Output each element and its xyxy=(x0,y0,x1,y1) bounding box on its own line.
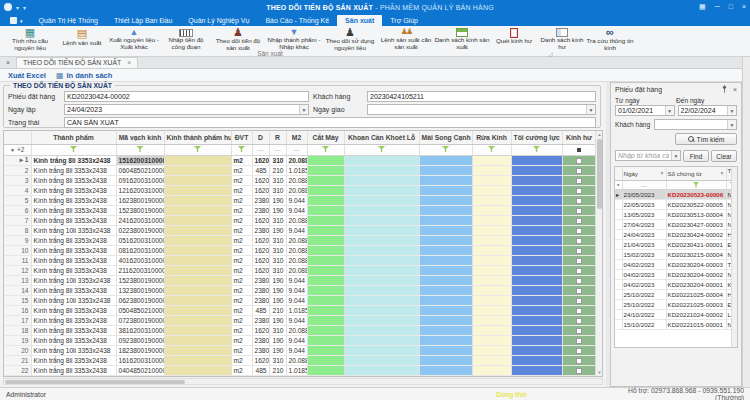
cell-rua[interactable] xyxy=(472,355,511,365)
order-row[interactable]: 25/10/2022KD20221025-00004HOÀ xyxy=(615,290,738,300)
order-date[interactable]: 22/05/2023 xyxy=(622,200,666,210)
cell-mai[interactable] xyxy=(419,255,472,265)
cell-r[interactable]: 310 xyxy=(269,155,286,165)
cell-rua[interactable] xyxy=(472,165,511,175)
panel-close-icon[interactable]: × xyxy=(733,86,737,93)
group-dialog-launcher-icon[interactable]: ◿ xyxy=(548,50,553,57)
cell-dvt[interactable]: m2 xyxy=(231,295,252,305)
order-code[interactable]: KD20221025-00004 xyxy=(666,290,726,300)
search-button[interactable]: Tìm kiếm xyxy=(675,133,737,145)
orders-scrollbar[interactable] xyxy=(731,167,737,347)
cell-dvt[interactable]: m2 xyxy=(231,155,252,165)
cell-num[interactable]: 14 xyxy=(4,285,31,295)
orders-column-header[interactable]: Số chứng từ▼ xyxy=(666,167,726,181)
table-row[interactable]: 13Kính trắng 10li 3353x24381523800190000… xyxy=(4,275,596,285)
cell-d[interactable]: 2380 xyxy=(252,335,269,345)
cell-khoan[interactable] xyxy=(344,295,419,305)
cell-bar[interactable]: 06238001900002 xyxy=(116,295,164,305)
cell-rua[interactable] xyxy=(472,265,511,275)
cell-hu[interactable] xyxy=(562,305,596,315)
column-header[interactable]: Kính hư xyxy=(562,131,596,144)
cell-khoan[interactable] xyxy=(344,285,419,295)
cell-r[interactable]: 190 xyxy=(269,285,286,295)
cell-rua[interactable] xyxy=(472,365,511,375)
cell-hu[interactable] xyxy=(562,245,596,255)
cell-bar[interactable]: 07238001900001 xyxy=(116,315,164,325)
ribbon-button-3[interactable]: Xuất nguyên liệu - Xuất khác xyxy=(106,26,162,51)
cell-num[interactable]: 5 xyxy=(4,195,31,205)
cell-cut[interactable] xyxy=(307,265,344,275)
table-row[interactable]: 10Kính trắng 8li 3353x243808162003100001… xyxy=(4,245,596,255)
cell-m2[interactable]: 9.044 xyxy=(286,345,307,355)
scroll-up-icon[interactable]: ▲ xyxy=(596,132,603,137)
cell-dvt[interactable]: m2 xyxy=(231,255,252,265)
ribbon-button-4[interactable]: Nhập tiến độ công đoạn xyxy=(162,26,210,51)
minimize-icon[interactable]: ─ xyxy=(715,3,720,11)
cell-num[interactable]: 20 xyxy=(4,345,31,355)
cell-m2[interactable]: 20.088 xyxy=(286,245,307,255)
table-row[interactable]: 5Kính trắng 8li 3353x243816238001900001m… xyxy=(4,195,596,205)
cell-num[interactable]: 19 xyxy=(4,335,31,345)
filter-cell[interactable] xyxy=(562,144,596,155)
cell-toi[interactable] xyxy=(511,175,562,185)
column-header[interactable]: Cắt Mày xyxy=(307,131,344,144)
cell-dam[interactable] xyxy=(164,345,231,355)
cell-toi[interactable] xyxy=(511,345,562,355)
cell-name[interactable]: Kính trắng 8li 3353x2438 xyxy=(31,165,116,175)
cell-bar[interactable]: 16162003100001 xyxy=(116,355,164,365)
qat-more-icon[interactable]: ▾ xyxy=(23,4,26,11)
cell-rua[interactable] xyxy=(472,205,511,215)
cell-toi[interactable] xyxy=(511,235,562,245)
column-header[interactable]: M2 xyxy=(286,131,307,144)
ribbon-button-5[interactable]: Theo dõi tiến độ sản xuất xyxy=(210,26,266,51)
cell-toi[interactable] xyxy=(511,155,562,165)
cell-num[interactable]: 9 xyxy=(4,235,31,245)
cell-m2[interactable]: 20.088 xyxy=(286,175,307,185)
cell-num[interactable]: 7 xyxy=(4,215,31,225)
cell-m2[interactable]: 20.088 xyxy=(286,235,307,245)
filter-cell[interactable] xyxy=(116,144,164,155)
cell-dam[interactable] xyxy=(164,285,231,295)
cell-m2[interactable]: 1.0185 xyxy=(286,365,307,375)
cell-cut[interactable] xyxy=(307,345,344,355)
cell-dvt[interactable]: m2 xyxy=(231,315,252,325)
order-row[interactable]: 04/02/2023KD20230204-00003Tú - xyxy=(615,260,738,270)
table-row[interactable]: 6Kính trắng 8li 3353x243815238001900001m… xyxy=(4,205,596,215)
cell-m2[interactable]: 20.088 xyxy=(286,265,307,275)
tu-ngay-dropdown-icon[interactable]: ▼ xyxy=(665,106,674,115)
cell-dvt[interactable]: m2 xyxy=(231,195,252,205)
cell-num[interactable]: 6 xyxy=(4,205,31,215)
table-row[interactable]: 9Kính trắng 8li 3353x243805162003100001m… xyxy=(4,235,596,245)
kinh-hu-checkbox[interactable] xyxy=(576,198,582,204)
kinh-hu-checkbox[interactable] xyxy=(576,228,582,234)
orders-filter-row[interactable]: *— xyxy=(615,181,738,190)
cell-toi[interactable] xyxy=(511,325,562,335)
order-code[interactable]: KD20230513-00004 xyxy=(666,210,726,220)
filter-cell[interactable]: — xyxy=(286,144,307,155)
cell-r[interactable]: 310 xyxy=(269,355,286,365)
cell-dvt[interactable]: m2 xyxy=(231,325,252,335)
cell-dam[interactable] xyxy=(164,255,231,265)
cell-bar[interactable]: 38162003100001 xyxy=(116,325,164,335)
cell-r[interactable]: 190 xyxy=(269,225,286,235)
order-row[interactable]: 22/05/2023KD20230522-00005Nguy xyxy=(615,200,738,210)
cell-hu[interactable] xyxy=(562,365,596,375)
document-tab-active[interactable]: THEO DÕI TIẾN ĐỘ SẢN XUẤT× xyxy=(16,57,138,68)
cell-cut[interactable] xyxy=(307,185,344,195)
cell-r[interactable]: 310 xyxy=(269,235,286,245)
order-date[interactable]: 24/10/2022 xyxy=(622,310,666,320)
order-code[interactable]: KD20230215-00004 xyxy=(666,250,726,260)
cell-khoan[interactable] xyxy=(344,355,419,365)
cell-khoan[interactable] xyxy=(344,245,419,255)
cell-r[interactable]: 310 xyxy=(269,185,286,195)
kinh-hu-checkbox[interactable] xyxy=(576,308,582,314)
column-header[interactable]: ĐVT xyxy=(231,131,252,144)
cell-bar[interactable]: 05048502100001 xyxy=(116,305,164,315)
ribbon-button-1[interactable]: Tính nhu cầu nguyên liệu xyxy=(2,26,58,51)
tab-list-close-button[interactable]: × xyxy=(0,58,16,68)
cell-m2[interactable]: 9.044 xyxy=(286,315,307,325)
cell-d[interactable]: 2380 xyxy=(252,205,269,215)
cell-dam[interactable] xyxy=(164,235,231,245)
cell-dam[interactable] xyxy=(164,215,231,225)
cell-dam[interactable] xyxy=(164,155,231,165)
